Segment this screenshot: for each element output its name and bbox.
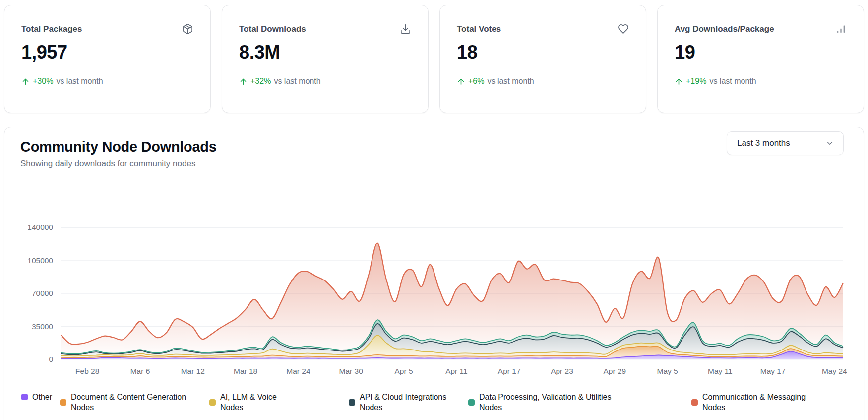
chevron-down-icon [825,139,834,148]
legend-item: Data Processing, Validation & Utilities … [468,392,628,413]
delta-percent: +19% [686,77,706,86]
legend-swatch-icon [209,399,216,406]
stat-card-total-packages: Total Packages 1,957 +30% vs last month [4,5,211,113]
legend-swatch-icon [349,399,355,406]
x-axis-label: Mar 12 [181,367,205,375]
stat-card-delta: +19% vs last month [675,77,847,86]
arrow-up-icon [239,77,248,86]
y-axis-label: 140000 [27,223,53,231]
community-node-downloads-card: 03500070000105000140000Feb 28Mar 6Mar 12… [4,127,864,420]
legend-item: AI, LLM & Voice Nodes [209,392,287,413]
legend-label: Document & Content Generation Nodes [71,392,195,413]
arrow-up-icon [457,77,465,86]
download-icon [400,23,411,37]
bar-chart-icon [835,23,847,37]
delta-percent: +30% [33,77,53,86]
x-axis-label: May 5 [657,367,678,375]
x-axis-label: Mar 30 [339,367,364,375]
stat-card-value: 1,957 [21,42,193,63]
legend-swatch-icon [468,399,475,406]
stat-card-delta: +6% vs last month [457,77,629,86]
heart-icon [618,23,629,37]
x-axis-label: Apr 17 [498,367,521,375]
stat-card-avg-downloads: Avg Downloads/Package 19 +19% vs last mo… [657,5,864,113]
x-axis-label: Apr 23 [551,367,573,375]
legend-swatch-icon [60,399,66,406]
stat-card-delta: +32% vs last month [239,77,411,86]
stat-card-value: 19 [675,42,847,63]
chart-subtitle: Showing daily downloads for community no… [20,159,844,169]
x-axis-label: Mar 18 [234,367,257,375]
x-axis-label: Apr 5 [394,367,413,375]
stat-card-title: Total Downloads [239,20,306,34]
legend-label: Data Processing, Validation & Utilities … [479,392,628,413]
y-axis-label: 105000 [27,256,53,265]
arrow-up-icon [21,77,30,86]
delta-suffix: vs last month [487,77,534,86]
legend-label: Other [32,392,52,402]
x-axis-label: Apr 29 [603,367,626,375]
stat-card-total-downloads: Total Downloads 8.3M +32% vs last month [222,5,429,113]
y-axis-label: 35000 [32,322,53,331]
stat-card-value: 18 [457,42,629,63]
delta-suffix: vs last month [709,77,756,86]
legend: OtherDocument & Content Generation Nodes… [4,392,864,420]
delta-suffix: vs last month [274,77,320,86]
time-range-value: Last 3 months [737,139,790,148]
legend-item: Document & Content Generation Nodes [60,392,195,413]
legend-swatch-icon [21,394,28,400]
x-axis-label: Mar 24 [286,367,310,375]
stat-card-delta: +30% vs last month [21,77,193,86]
y-axis-label: 0 [49,355,53,363]
stat-card-value: 8.3M [239,42,411,63]
legend-item: Other [21,392,52,402]
delta-percent: +6% [468,77,484,86]
legend-item: API & Cloud Integrations Nodes [349,392,461,413]
x-axis-label: Mar 6 [130,367,150,375]
y-axis-label: 70000 [32,289,53,297]
time-range-select[interactable]: Last 3 months [727,131,844,155]
x-axis-label: Apr 11 [445,367,468,375]
x-axis-label: May 24 [822,367,847,375]
stat-card-title: Total Votes [457,20,501,34]
legend-item: Communication & Messaging Nodes [691,392,814,413]
x-axis-label: Feb 28 [75,367,99,375]
stat-card-total-votes: Total Votes 18 +6% vs last month [439,5,646,113]
legend-label: Communication & Messaging Nodes [702,392,814,413]
chart-title: Community Node Downloads [20,139,844,155]
x-axis-label: May 11 [708,367,733,375]
stat-card-title: Avg Downloads/Package [675,20,774,34]
stat-card-title: Total Packages [21,20,82,34]
stat-cards-row: Total Packages 1,957 +30% vs last month … [4,5,864,113]
legend-swatch-icon [691,399,698,406]
package-icon [182,23,193,37]
delta-percent: +32% [250,77,271,86]
chart-header: Community Node Downloads Showing daily d… [4,127,864,191]
delta-suffix: vs last month [56,77,103,86]
x-axis-label: May 17 [760,367,786,375]
legend-label: AI, LLM & Voice Nodes [220,392,287,413]
legend-label: API & Cloud Integrations Nodes [360,392,461,413]
arrow-up-icon [675,77,683,86]
